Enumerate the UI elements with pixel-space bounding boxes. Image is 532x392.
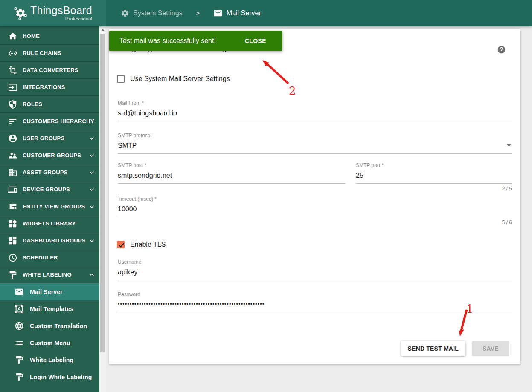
save-button[interactable]: SAVE — [472, 341, 509, 356]
smtp-host-group: SMTP host * — [118, 162, 346, 184]
white-labeling-icon — [8, 270, 18, 280]
password-label: Password — [118, 291, 512, 297]
home-icon — [8, 32, 18, 41]
checkbox-unchecked-icon — [117, 75, 125, 83]
sidebar-item-integrations[interactable]: INTEGRATIONS — [0, 79, 99, 96]
username-label: Username — [118, 259, 512, 265]
sidebar-item-data-converters[interactable]: DATA CONVERTERS — [0, 62, 99, 79]
app-logo[interactable]: ThingsBoard Professional — [0, 0, 106, 26]
breadcrumb-mail-server[interactable]: Mail Server — [213, 9, 261, 18]
app-edition: Professional — [30, 17, 92, 22]
sidebar-item-mail-server[interactable]: Mail Server — [0, 283, 99, 300]
username-group: Username — [118, 259, 512, 280]
sidebar-item-label: DEVICE GROUPS — [23, 186, 87, 193]
use-system-mail-label: Use System Mail Server Settings — [130, 75, 230, 83]
customers-hierarchy-icon — [8, 117, 18, 126]
timeout-label: Timeout (msec) * — [118, 196, 512, 202]
username-input[interactable] — [118, 265, 512, 280]
breadcrumb-system-settings[interactable]: System Settings — [121, 9, 183, 17]
sidebar-item-white-labeling[interactable]: WHITE LABELING — [0, 266, 99, 283]
sidebar-item-customer-groups[interactable]: CUSTOMER GROUPS — [0, 147, 99, 164]
breadcrumb-section-label: System Settings — [133, 9, 183, 17]
smtp-host-input[interactable] — [118, 168, 346, 184]
scrollbar-thumb[interactable] — [100, 34, 105, 352]
form-actions: SEND TEST MAIL SAVE — [401, 341, 509, 356]
sidebar-item-custom-menu[interactable]: Custom Menu — [0, 334, 99, 352]
sidebar-item-white-labeling-sub[interactable]: White Labeling — [0, 352, 99, 369]
top-header: ThingsBoard Professional System Settings… — [0, 0, 532, 26]
mail-from-group: Mail From * — [118, 100, 512, 121]
customer-groups-icon — [8, 151, 18, 160]
sidebar-item-label: WHITE LABELING — [23, 271, 87, 278]
use-system-mail-checkbox[interactable]: Use System Mail Server Settings — [117, 75, 230, 83]
data-converters-icon — [8, 66, 18, 75]
roles-icon — [8, 100, 18, 109]
custom-translation-icon — [14, 321, 24, 331]
sidebar-item-device-groups[interactable]: DEVICE GROUPS — [0, 181, 99, 198]
sidebar-item-login-white-labeling[interactable]: Login White Labeling — [0, 369, 99, 386]
app-name: ThingsBoard — [30, 5, 92, 16]
smtp-port-char-counter: 2 / 5 — [356, 186, 512, 192]
smtp-host-label: SMTP host * — [118, 162, 346, 168]
sidebar-item-scheduler[interactable]: SCHEDULER — [0, 249, 99, 266]
page-root: ThingsBoard Professional System Settings… — [0, 0, 532, 392]
chevron-down-icon — [87, 151, 96, 160]
sidebar-item-mail-templates[interactable]: Mail Templates — [0, 300, 99, 317]
smtp-protocol-group: SMTP protocol SMTP — [118, 133, 512, 154]
breadcrumb-page-label: Mail Server — [227, 9, 261, 17]
mail-from-label: Mail From * — [118, 100, 512, 106]
chevron-up-icon — [87, 271, 96, 279]
toast-close-button[interactable]: CLOSE — [245, 37, 266, 44]
sidebar-nav: HOMERULE CHAINSDATA CONVERTERSINTEGRATIO… — [0, 26, 99, 392]
custom-menu-icon — [14, 338, 24, 348]
sidebar-item-user-groups[interactable]: USER GROUPS — [0, 130, 99, 147]
enable-tls-label: Enable TLS — [130, 241, 166, 248]
scheduler-icon — [8, 253, 18, 262]
sidebar-item-label: Login White Labeling — [30, 374, 96, 380]
enable-tls-checkbox[interactable]: Enable TLS — [117, 241, 166, 248]
scrollbar-up-arrow-icon[interactable] — [99, 26, 106, 34]
sidebar-item-label: ROLES — [23, 101, 96, 107]
sidebar-item-asset-groups[interactable]: ASSET GROUPS — [0, 164, 99, 181]
timeout-group: Timeout (msec) * 5 / 6 — [118, 196, 512, 225]
timeout-char-counter: 5 / 6 — [118, 219, 512, 225]
mail-templates-icon — [14, 304, 24, 314]
sidebar-scrollbar — [99, 26, 106, 392]
sidebar-item-roles[interactable]: ROLES — [0, 96, 99, 113]
asset-groups-icon — [8, 168, 18, 177]
mail-from-input[interactable] — [118, 106, 512, 121]
main-content: Outgoing Mail Server Settings Use System… — [106, 26, 532, 392]
gear-icon — [121, 9, 129, 17]
timeout-input[interactable] — [118, 202, 512, 217]
sidebar-item-label: Custom Menu — [30, 340, 96, 346]
mail-server-icon — [14, 287, 24, 297]
sidebar-item-label: RULE CHAINS — [23, 50, 96, 56]
checkbox-checked-icon — [117, 241, 125, 248]
sidebar-item-dashboard-groups[interactable]: DASHBOARD GROUPS — [0, 232, 99, 249]
sidebar-item-label: CUSTOMER GROUPS — [23, 152, 87, 159]
dashboard-groups-icon — [8, 236, 18, 245]
user-groups-icon — [8, 134, 18, 143]
sidebar-item-home[interactable]: HOME — [0, 28, 99, 45]
smtp-port-input[interactable] — [356, 168, 512, 184]
sidebar-item-label: White Labeling — [30, 357, 96, 363]
password-input[interactable] — [118, 297, 512, 311]
sidebar-item-customers-hierarchy[interactable]: CUSTOMERS HIERARCHY — [0, 113, 99, 130]
sidebar-item-label: ENTITY VIEW GROUPS — [23, 203, 87, 210]
send-test-mail-button[interactable]: SEND TEST MAIL — [401, 341, 465, 356]
smtp-protocol-select[interactable]: SMTP — [118, 138, 512, 154]
sidebar-item-entity-view-groups[interactable]: ENTITY VIEW GROUPS — [0, 198, 99, 215]
help-icon — [497, 45, 506, 54]
help-button[interactable] — [497, 45, 506, 54]
sidebar-item-rule-chains[interactable]: RULE CHAINS — [0, 45, 99, 62]
breadcrumb-separator: > — [189, 10, 207, 17]
chevron-down-icon — [507, 144, 511, 147]
widgets-library-icon — [8, 219, 18, 228]
sidebar-item-label: Mail Templates — [30, 306, 96, 312]
sidebar-item-widgets-library[interactable]: WIDGETS LIBRARY — [0, 215, 99, 232]
white-labeling-icon — [14, 355, 24, 365]
sidebar-item-label: ASSET GROUPS — [23, 169, 87, 176]
sidebar-item-custom-translation[interactable]: Custom Translation — [0, 317, 99, 334]
password-group: Password — [118, 291, 512, 311]
chevron-down-icon — [87, 185, 96, 194]
